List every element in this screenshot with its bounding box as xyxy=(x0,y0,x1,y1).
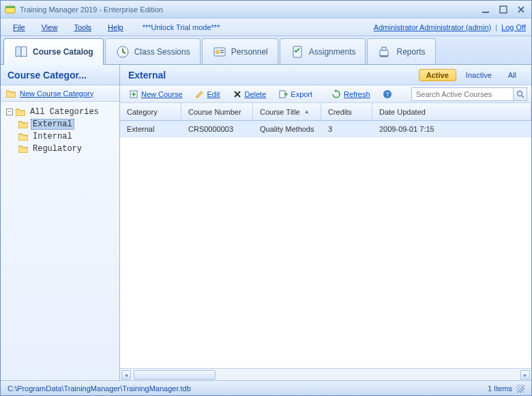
svg-point-17 xyxy=(517,91,522,96)
folder-icon xyxy=(18,119,28,129)
cell-title: Quality Methods xyxy=(253,125,321,133)
current-user-link[interactable]: Administrator Administrator (admin) xyxy=(374,23,491,31)
tree-item-external[interactable]: External xyxy=(3,118,117,130)
window-controls xyxy=(479,5,527,14)
delete-icon xyxy=(233,89,242,99)
tree-item-regulatory[interactable]: Regulatory xyxy=(3,143,117,155)
tree-item-internal[interactable]: Internal xyxy=(3,130,117,143)
minimize-button[interactable] xyxy=(479,5,492,14)
close-button[interactable] xyxy=(515,5,527,14)
course-list-pane: External Active Inactive All New Course … xyxy=(120,65,531,380)
menu-separator: | xyxy=(495,23,497,31)
new-category-label: New Course Category xyxy=(20,89,93,98)
folder-icon xyxy=(18,132,28,141)
resize-grip[interactable] xyxy=(516,384,524,393)
filter-active[interactable]: Active xyxy=(419,69,456,81)
delete-button[interactable]: Delete xyxy=(228,87,271,101)
tree-collapse-icon[interactable]: − xyxy=(6,109,13,115)
refresh-icon xyxy=(331,89,341,99)
toolbar-label: Delete xyxy=(245,90,267,98)
sidebar-header: Course Categor... xyxy=(1,65,119,85)
svg-point-6 xyxy=(216,50,219,53)
col-credits[interactable]: Credits xyxy=(321,103,372,120)
personnel-icon xyxy=(212,44,227,59)
category-tree: − All Categories External Internal Regul… xyxy=(1,102,119,380)
app-window: Training Manager 2019 - Enterprise Editi… xyxy=(0,0,532,396)
tab-reports[interactable]: Reports xyxy=(367,38,435,64)
grid-header: Category Course Number Course Title Cred… xyxy=(120,103,531,121)
folder-icon xyxy=(18,144,28,154)
table-row[interactable]: External CRS0000003 Quality Methods 3 20… xyxy=(120,121,531,137)
toolbar-label: Edit xyxy=(207,90,220,98)
filter-all[interactable]: All xyxy=(501,70,523,81)
refresh-button[interactable]: Refresh xyxy=(327,87,375,101)
col-course-title[interactable]: Course Title xyxy=(253,103,321,120)
svg-text:?: ? xyxy=(385,91,389,98)
cell-number: CRS0000003 xyxy=(181,125,253,133)
folder-icon xyxy=(6,89,16,98)
scroll-right-arrow[interactable]: ▸ xyxy=(520,370,530,380)
toolbar-label: Export xyxy=(291,90,312,98)
assignments-icon xyxy=(290,44,305,59)
tree-item-label: Internal xyxy=(31,132,74,141)
cell-credits: 3 xyxy=(321,125,372,133)
tab-class-sessions[interactable]: Class Sessions xyxy=(105,38,201,64)
list-header: External Active Inactive All xyxy=(120,65,531,85)
tree-item-label: External xyxy=(31,119,74,130)
export-button[interactable]: Export xyxy=(274,87,317,101)
menu-help[interactable]: Help xyxy=(101,20,130,34)
app-icon xyxy=(5,4,16,15)
tree-root-label: All Categories xyxy=(28,107,101,117)
search-button[interactable] xyxy=(514,87,527,101)
scroll-thumb[interactable] xyxy=(134,370,216,380)
tab-assignments[interactable]: Assignments xyxy=(280,38,366,64)
svg-rect-12 xyxy=(380,55,388,57)
menu-tools[interactable]: Tools xyxy=(67,20,98,34)
unlock-trial-link[interactable]: ***Unlock Trial mode*** xyxy=(143,23,220,31)
new-icon xyxy=(129,89,138,99)
tree-item-label: Regulatory xyxy=(31,144,84,154)
list-title: External xyxy=(128,70,416,81)
scroll-left-arrow[interactable]: ◂ xyxy=(121,370,131,380)
search-input[interactable] xyxy=(411,87,514,101)
svg-rect-8 xyxy=(220,52,224,53)
cell-category: External xyxy=(120,125,181,133)
maximize-button[interactable] xyxy=(497,5,509,14)
svg-rect-1 xyxy=(5,6,15,8)
tab-label: Personnel xyxy=(231,47,268,57)
window-title: Training Manager 2019 - Enterprise Editi… xyxy=(20,5,479,14)
tab-personnel[interactable]: Personnel xyxy=(202,38,278,64)
svg-rect-3 xyxy=(500,6,507,13)
tab-label: Reports xyxy=(396,47,425,57)
col-date-updated[interactable]: Date Updated xyxy=(372,103,531,120)
edit-icon xyxy=(195,89,205,99)
tab-course-catalog[interactable]: Course Catalog xyxy=(3,38,104,65)
search-icon xyxy=(516,90,524,98)
status-bar: C:\ProgramData\TrainingManager\TrainingM… xyxy=(1,380,531,395)
reports-icon xyxy=(377,44,392,59)
svg-rect-7 xyxy=(220,50,224,51)
course-grid: Category Course Number Course Title Cred… xyxy=(120,103,531,368)
new-course-button[interactable]: New Course xyxy=(124,87,188,101)
title-bar: Training Manager 2019 - Enterprise Editi… xyxy=(1,1,531,18)
menu-view[interactable]: View xyxy=(35,20,65,34)
new-category-button[interactable]: New Course Category xyxy=(1,85,119,102)
folder-icon xyxy=(16,107,25,117)
tree-root[interactable]: − All Categories xyxy=(3,106,117,118)
content-area: Course Categor... New Course Category − … xyxy=(1,65,531,380)
filter-inactive[interactable]: Inactive xyxy=(459,70,499,81)
catalog-icon xyxy=(14,44,29,59)
svg-rect-2 xyxy=(482,12,489,13)
horizontal-scrollbar[interactable]: ◂ ▸ xyxy=(120,368,531,380)
menu-file[interactable]: File xyxy=(6,20,32,34)
toolbar-label: New Course xyxy=(141,90,183,98)
toolbar-label: Refresh xyxy=(344,90,370,98)
col-category[interactable]: Category xyxy=(120,103,181,120)
edit-button[interactable]: Edit xyxy=(190,87,225,101)
list-toolbar: New Course Edit Delete Export Refresh xyxy=(120,85,531,103)
col-course-number[interactable]: Course Number xyxy=(181,103,253,120)
log-off-link[interactable]: Log Off xyxy=(501,23,526,31)
cell-updated: 2009-09-01 7:15 xyxy=(372,125,531,133)
search-wrapper xyxy=(411,87,527,101)
help-button[interactable]: ? xyxy=(378,87,397,101)
